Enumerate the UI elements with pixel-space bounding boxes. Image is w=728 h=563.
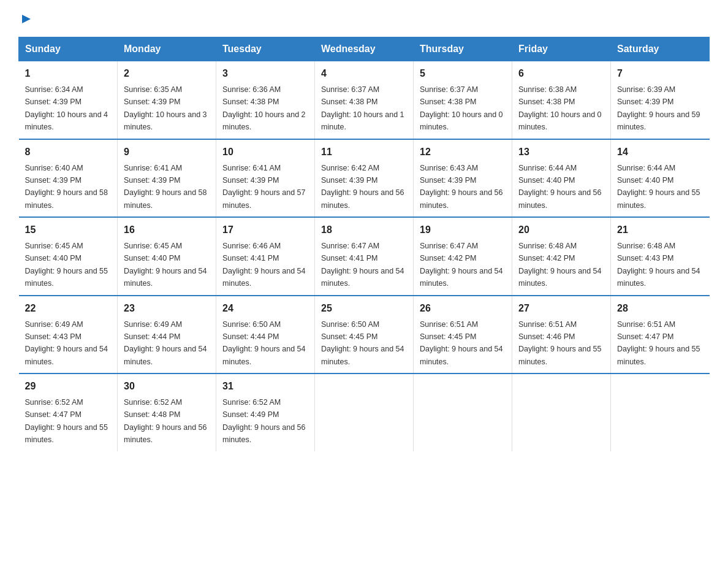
calendar-day-cell: 4 Sunrise: 6:37 AM Sunset: 4:38 PM Dayli…: [315, 61, 414, 139]
day-daylight: Daylight: 9 hours and 54 minutes.: [420, 267, 503, 288]
day-sunrise: Sunrise: 6:45 AM: [124, 242, 182, 250]
day-sunrise: Sunrise: 6:52 AM: [25, 398, 83, 407]
day-daylight: Daylight: 9 hours and 54 minutes.: [420, 345, 503, 366]
day-daylight: Daylight: 9 hours and 58 minutes.: [124, 188, 207, 209]
day-sunset: Sunset: 4:38 PM: [321, 98, 377, 106]
calendar-day-cell: 5 Sunrise: 6:37 AM Sunset: 4:38 PM Dayli…: [414, 61, 512, 139]
day-daylight: Daylight: 9 hours and 54 minutes.: [222, 267, 306, 288]
day-sunset: Sunset: 4:39 PM: [25, 98, 82, 106]
calendar-day-cell: 14 Sunrise: 6:44 AM Sunset: 4:40 PM Dayl…: [611, 139, 710, 218]
day-number: 17: [222, 223, 308, 237]
day-sunrise: Sunrise: 6:34 AM: [25, 85, 83, 94]
day-daylight: Daylight: 9 hours and 59 minutes.: [617, 110, 700, 131]
day-sunrise: Sunrise: 6:48 AM: [518, 242, 577, 250]
calendar-day-cell: 31 Sunrise: 6:52 AM Sunset: 4:49 PM Dayl…: [216, 373, 315, 451]
day-number: 8: [25, 145, 112, 159]
day-sunrise: Sunrise: 6:47 AM: [321, 242, 379, 250]
day-sunrise: Sunrise: 6:40 AM: [25, 164, 83, 172]
day-sunrise: Sunrise: 6:43 AM: [420, 164, 478, 172]
day-sunset: Sunset: 4:42 PM: [518, 254, 575, 262]
calendar-week-row: 22 Sunrise: 6:49 AM Sunset: 4:43 PM Dayl…: [19, 296, 710, 374]
day-daylight: Daylight: 9 hours and 54 minutes.: [321, 267, 404, 288]
calendar-day-cell: 11 Sunrise: 6:42 AM Sunset: 4:39 PM Dayl…: [315, 139, 414, 218]
day-sunset: Sunset: 4:45 PM: [420, 332, 476, 341]
day-number: 9: [124, 145, 210, 159]
calendar-day-cell: 29 Sunrise: 6:52 AM Sunset: 4:47 PM Dayl…: [19, 373, 118, 451]
day-number: 13: [518, 145, 604, 159]
day-sunset: Sunset: 4:49 PM: [222, 410, 279, 419]
day-number: 14: [617, 145, 703, 159]
day-sunset: Sunset: 4:47 PM: [617, 332, 673, 341]
day-sunset: Sunset: 4:47 PM: [25, 410, 82, 419]
day-sunrise: Sunrise: 6:51 AM: [617, 320, 675, 329]
day-daylight: Daylight: 10 hours and 3 minutes.: [124, 110, 207, 131]
day-daylight: Daylight: 9 hours and 55 minutes.: [25, 267, 108, 288]
day-sunrise: Sunrise: 6:44 AM: [518, 164, 577, 172]
col-thursday: Thursday: [414, 37, 512, 61]
calendar-week-row: 8 Sunrise: 6:40 AM Sunset: 4:39 PM Dayli…: [19, 139, 710, 218]
day-sunset: Sunset: 4:38 PM: [518, 98, 575, 106]
day-sunrise: Sunrise: 6:50 AM: [321, 320, 379, 329]
calendar-day-cell: 30 Sunrise: 6:52 AM Sunset: 4:48 PM Dayl…: [118, 373, 216, 451]
day-daylight: Daylight: 10 hours and 1 minute.: [321, 110, 404, 131]
calendar-day-cell: 25 Sunrise: 6:50 AM Sunset: 4:45 PM Dayl…: [315, 296, 414, 374]
day-sunset: Sunset: 4:39 PM: [420, 176, 476, 185]
calendar-day-cell: 3 Sunrise: 6:36 AM Sunset: 4:38 PM Dayli…: [216, 61, 315, 139]
calendar-day-cell: 20 Sunrise: 6:48 AM Sunset: 4:42 PM Dayl…: [512, 217, 611, 296]
day-sunrise: Sunrise: 6:41 AM: [222, 164, 281, 172]
day-number: 31: [222, 379, 308, 394]
day-number: 24: [222, 301, 308, 316]
day-number: 27: [518, 301, 604, 316]
day-sunset: Sunset: 4:44 PM: [222, 332, 279, 341]
calendar-day-cell: 21 Sunrise: 6:48 AM Sunset: 4:43 PM Dayl…: [611, 217, 710, 296]
calendar-day-cell: 15 Sunrise: 6:45 AM Sunset: 4:40 PM Dayl…: [19, 217, 118, 296]
calendar-day-cell: 19 Sunrise: 6:47 AM Sunset: 4:42 PM Dayl…: [414, 217, 512, 296]
day-daylight: Daylight: 9 hours and 55 minutes.: [518, 345, 602, 366]
calendar-day-cell: [315, 373, 414, 451]
calendar-day-cell: 6 Sunrise: 6:38 AM Sunset: 4:38 PM Dayli…: [512, 61, 611, 139]
day-sunset: Sunset: 4:41 PM: [321, 254, 377, 262]
col-tuesday: Tuesday: [216, 37, 315, 61]
day-daylight: Daylight: 9 hours and 54 minutes.: [321, 345, 404, 366]
col-sunday: Sunday: [19, 37, 118, 61]
day-daylight: Daylight: 9 hours and 56 minutes.: [222, 423, 306, 444]
col-wednesday: Wednesday: [315, 37, 414, 61]
day-sunset: Sunset: 4:45 PM: [321, 332, 377, 341]
calendar-day-cell: 28 Sunrise: 6:51 AM Sunset: 4:47 PM Dayl…: [611, 296, 710, 374]
day-sunrise: Sunrise: 6:37 AM: [321, 85, 379, 94]
day-number: 30: [124, 379, 210, 394]
header: [18, 12, 710, 26]
day-sunset: Sunset: 4:38 PM: [222, 98, 279, 106]
day-sunrise: Sunrise: 6:50 AM: [222, 320, 281, 329]
day-number: 19: [420, 223, 506, 237]
day-daylight: Daylight: 9 hours and 54 minutes.: [518, 267, 602, 288]
day-sunrise: Sunrise: 6:42 AM: [321, 164, 379, 172]
day-sunset: Sunset: 4:46 PM: [518, 332, 575, 341]
calendar-day-cell: 13 Sunrise: 6:44 AM Sunset: 4:40 PM Dayl…: [512, 139, 611, 218]
calendar-table: Sunday Monday Tuesday Wednesday Thursday…: [18, 37, 710, 451]
day-number: 20: [518, 223, 604, 237]
day-sunrise: Sunrise: 6:37 AM: [420, 85, 478, 94]
calendar-week-row: 15 Sunrise: 6:45 AM Sunset: 4:40 PM Dayl…: [19, 217, 710, 296]
day-number: 7: [617, 66, 703, 81]
day-daylight: Daylight: 9 hours and 55 minutes.: [617, 345, 700, 366]
day-sunrise: Sunrise: 6:49 AM: [25, 320, 83, 329]
day-sunset: Sunset: 4:39 PM: [124, 98, 180, 106]
day-sunset: Sunset: 4:40 PM: [124, 254, 180, 262]
day-sunrise: Sunrise: 6:41 AM: [124, 164, 182, 172]
day-number: 10: [222, 145, 308, 159]
calendar-day-cell: 22 Sunrise: 6:49 AM Sunset: 4:43 PM Dayl…: [19, 296, 118, 374]
day-daylight: Daylight: 9 hours and 56 minutes.: [124, 423, 207, 444]
day-sunset: Sunset: 4:42 PM: [420, 254, 476, 262]
day-daylight: Daylight: 9 hours and 54 minutes.: [124, 345, 207, 366]
day-number: 25: [321, 301, 407, 316]
day-daylight: Daylight: 9 hours and 54 minutes.: [124, 267, 207, 288]
day-sunrise: Sunrise: 6:36 AM: [222, 85, 281, 94]
calendar-day-cell: 2 Sunrise: 6:35 AM Sunset: 4:39 PM Dayli…: [118, 61, 216, 139]
day-sunrise: Sunrise: 6:48 AM: [617, 242, 675, 250]
day-daylight: Daylight: 10 hours and 4 minutes.: [25, 110, 108, 131]
day-number: 15: [25, 223, 112, 237]
calendar-day-cell: 8 Sunrise: 6:40 AM Sunset: 4:39 PM Dayli…: [19, 139, 118, 218]
day-sunrise: Sunrise: 6:47 AM: [420, 242, 478, 250]
calendar-week-row: 29 Sunrise: 6:52 AM Sunset: 4:47 PM Dayl…: [19, 373, 710, 451]
